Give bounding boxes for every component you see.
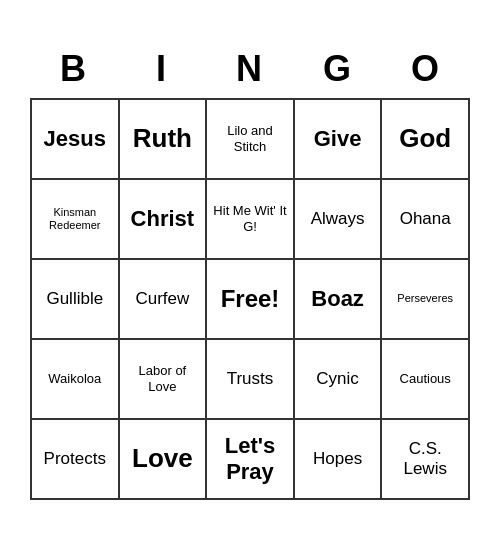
bingo-cell: Lilo and Stitch [207, 100, 295, 180]
cell-text: Cynic [316, 369, 359, 389]
bingo-cell: Cynic [295, 340, 383, 420]
cell-text: Protects [44, 449, 106, 469]
bingo-header: BINGO [30, 44, 470, 98]
bingo-cell: C.S. Lewis [382, 420, 470, 500]
cell-text: Ruth [133, 123, 192, 154]
bingo-card: BINGO JesusRuthLilo and StitchGiveGodKin… [20, 34, 480, 510]
bingo-cell: Gullible [32, 260, 120, 340]
bingo-cell: Labor of Love [120, 340, 208, 420]
bingo-cell: Hopes [295, 420, 383, 500]
cell-text: Hopes [313, 449, 362, 469]
bingo-cell: Cautious [382, 340, 470, 420]
cell-text: Waikoloa [48, 371, 101, 387]
header-letter: N [206, 44, 294, 98]
bingo-cell: Give [295, 100, 383, 180]
bingo-cell: Let's Pray [207, 420, 295, 500]
cell-text: Hit Me Wit' It G! [211, 203, 289, 234]
header-letter: I [118, 44, 206, 98]
cell-text: Cautious [400, 371, 451, 387]
cell-text: Curfew [135, 289, 189, 309]
bingo-cell: Kinsman Redeemer [32, 180, 120, 260]
cell-text: God [399, 123, 451, 154]
bingo-cell: Jesus [32, 100, 120, 180]
cell-text: Perseveres [397, 292, 453, 305]
cell-text: Boaz [311, 286, 364, 312]
bingo-cell: Waikoloa [32, 340, 120, 420]
bingo-cell: Free! [207, 260, 295, 340]
bingo-cell: Curfew [120, 260, 208, 340]
cell-text: Ohana [400, 209, 451, 229]
cell-text: Love [132, 443, 193, 474]
header-letter: B [30, 44, 118, 98]
bingo-cell: Love [120, 420, 208, 500]
bingo-cell: Ruth [120, 100, 208, 180]
bingo-grid: JesusRuthLilo and StitchGiveGodKinsman R… [30, 98, 470, 500]
cell-text: Lilo and Stitch [211, 123, 289, 154]
cell-text: Give [314, 126, 362, 152]
cell-text: Trusts [227, 369, 274, 389]
header-letter: G [294, 44, 382, 98]
bingo-cell: Trusts [207, 340, 295, 420]
bingo-cell: Hit Me Wit' It G! [207, 180, 295, 260]
header-letter: O [382, 44, 470, 98]
bingo-cell: Protects [32, 420, 120, 500]
cell-text: C.S. Lewis [386, 439, 464, 480]
bingo-cell: Ohana [382, 180, 470, 260]
bingo-cell: Boaz [295, 260, 383, 340]
cell-text: Let's Pray [211, 433, 289, 486]
bingo-cell: Always [295, 180, 383, 260]
bingo-cell: Perseveres [382, 260, 470, 340]
cell-text: Jesus [44, 126, 106, 152]
cell-text: Kinsman Redeemer [36, 206, 114, 232]
bingo-cell: God [382, 100, 470, 180]
cell-text: Gullible [46, 289, 103, 309]
cell-text: Labor of Love [124, 363, 202, 394]
cell-text: Christ [131, 206, 195, 232]
cell-text: Free! [221, 285, 280, 314]
cell-text: Always [311, 209, 365, 229]
bingo-cell: Christ [120, 180, 208, 260]
